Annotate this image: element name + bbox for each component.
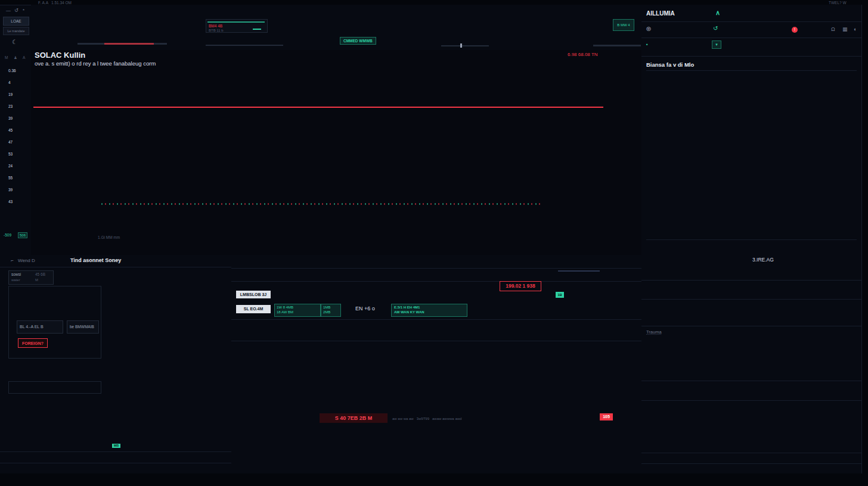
- rail-bottom-badge: 506: [18, 232, 27, 238]
- rail-scale-value: 43: [8, 200, 13, 204]
- order-entry-panel: ⌐ Wend D Tind asonnet Soney sowsi 45 6B …: [0, 255, 231, 473]
- alert-price-line[interactable]: [33, 107, 603, 108]
- toolbar-row-3: CMMED WMWB: [31, 33, 641, 50]
- indicator-panel: LMBSLOB 3J 199.02 1 938 1B SL EO.4M 1W 8…: [231, 255, 641, 473]
- rail-icon[interactable]: ↺: [14, 8, 18, 13]
- chart-subtitle: ove a. s emitt) o rd rey a l twee fanaba…: [35, 61, 156, 67]
- watch-charts-panel: 3.IRE.AG Trauma: [641, 255, 861, 473]
- progress-track-3: [593, 45, 641, 46]
- rail-scale-value: 53: [8, 152, 13, 157]
- rail-icon[interactable]: —: [6, 8, 11, 13]
- rail-tool-icon[interactable]: A: [23, 56, 25, 60]
- rail-scale-value: 23: [8, 105, 13, 109]
- rail-scale-value: 39: [8, 188, 13, 192]
- dom-ladder: [0, 255, 231, 473]
- rail-tool-icon[interactable]: M: [5, 56, 8, 60]
- progress-track-2: [206, 45, 283, 46]
- volume-strip: [101, 203, 542, 205]
- green-status-chip: CMMED WMWB: [340, 37, 376, 45]
- rail-scale-value: 39: [8, 117, 13, 121]
- rail-scale-value: 55: [8, 176, 13, 180]
- spark-green-dash: [253, 29, 261, 30]
- chart-title: SOLAC Kullin: [35, 51, 85, 59]
- trading-terminal: { "page": {"top_left_note": "F. A.A 1.51…: [0, 0, 868, 486]
- spark-red-value: BM4 4B: [209, 24, 222, 29]
- main-candle-chart: SOLAC Kullin ove a. s emitt) o rd rey a …: [31, 50, 641, 255]
- rail-scale-value: 47: [8, 141, 13, 145]
- rail-tool-icon[interactable]: ♟: [14, 56, 17, 60]
- teal-chip[interactable]: B MW 4: [613, 19, 634, 31]
- spark-gray-value: BTB 11 b: [209, 29, 224, 32]
- news-panel: AILLUMIA ∧ ◎ ↺ ! Ω ▦ ◐ ▪ ▾ Biansa fa v d…: [641, 5, 861, 255]
- rail-scale-value: 4: [8, 81, 11, 85]
- ohlc-note: 6.98 68.08 TN: [568, 52, 598, 57]
- price-axis[interactable]: [603, 50, 641, 255]
- rail-scale-value: 24: [8, 164, 13, 169]
- rail-icon[interactable]: *: [23, 8, 24, 13]
- rail-scale-value: 0.36: [8, 69, 16, 73]
- slider-track[interactable]: [441, 45, 489, 46]
- toolbar-row-1: [31, 5, 641, 17]
- moon-icon[interactable]: ☾: [12, 39, 17, 45]
- slider-knob[interactable]: [460, 43, 462, 48]
- rail-scale-value: 19: [8, 93, 13, 97]
- progress-fill: [104, 43, 154, 45]
- spark-line: [207, 21, 265, 23]
- mini-spark-box: BM4 4B BTB 11 b: [206, 19, 268, 33]
- rail-bottom-tag: -509: [4, 233, 11, 238]
- load-button[interactable]: LOAE: [3, 17, 29, 26]
- mandate-button[interactable]: Le mandate: [3, 27, 29, 35]
- rail-scale-value: 45: [8, 129, 13, 133]
- left-toolbar: LOAE Le mandate ☾ -509 506 —↺*M♟A0.36419…: [0, 5, 32, 255]
- corner-note: 1.Gi MM mm: [98, 236, 120, 240]
- toolbar-row-2: BM4 4B BTB 11 b B MW 4: [31, 17, 641, 33]
